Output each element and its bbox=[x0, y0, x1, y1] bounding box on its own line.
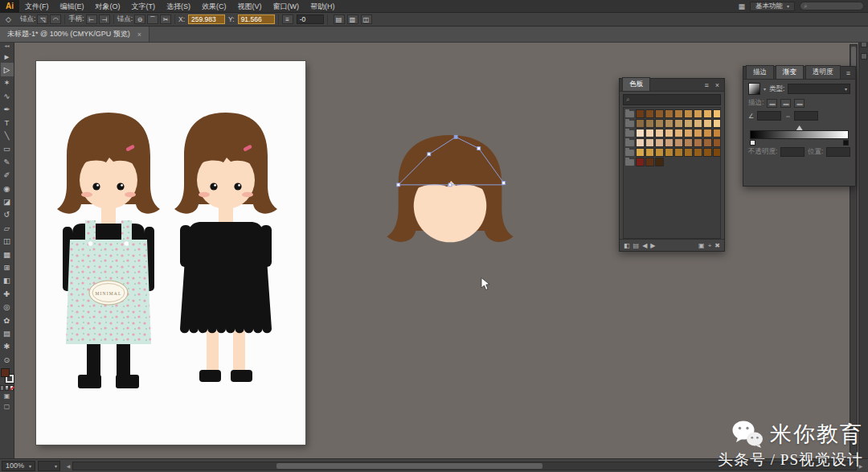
gradient-slider[interactable] bbox=[748, 125, 850, 144]
menu-item[interactable]: 文件(F) bbox=[19, 0, 55, 13]
girl2-shoe-left[interactable] bbox=[199, 370, 221, 382]
color-swatch[interactable] bbox=[655, 148, 664, 157]
color-swatch[interactable] bbox=[703, 148, 712, 157]
swatch-libraries-icon[interactable]: ◧ bbox=[624, 242, 630, 249]
menu-item[interactable]: 对象(O) bbox=[90, 0, 126, 13]
convert-corner-icon[interactable]: ◹ bbox=[37, 14, 48, 24]
color-button[interactable] bbox=[0, 385, 4, 391]
color-swatch[interactable] bbox=[636, 148, 645, 157]
transform-extra-field[interactable]: -0 bbox=[297, 14, 324, 24]
options-menu-icon[interactable]: ≡ bbox=[282, 14, 293, 24]
gradient-button[interactable] bbox=[5, 385, 9, 391]
color-swatch[interactable] bbox=[674, 138, 683, 147]
color-swatch[interactable] bbox=[703, 119, 712, 128]
girl2-head[interactable] bbox=[174, 113, 277, 214]
tab-stroke[interactable]: 描边 bbox=[746, 65, 774, 79]
stroke-along-icon[interactable]: ▬ bbox=[780, 99, 791, 108]
menu-item[interactable]: 帮助(H) bbox=[305, 0, 341, 13]
color-swatch[interactable] bbox=[655, 129, 664, 137]
artboard-nav-select[interactable]: ▾ bbox=[38, 461, 60, 471]
girl1-button-right[interactable] bbox=[125, 241, 129, 246]
next-icon[interactable]: ▶ bbox=[650, 242, 655, 249]
color-swatch[interactable] bbox=[694, 109, 702, 118]
color-swatch[interactable] bbox=[665, 109, 674, 118]
tool-blob-brush[interactable]: ◉ bbox=[1, 182, 14, 195]
tool-symbol-sprayer[interactable]: ✿ bbox=[1, 314, 14, 326]
color-swatch[interactable] bbox=[645, 148, 654, 157]
color-swatch[interactable] bbox=[636, 138, 645, 147]
color-swatch[interactable] bbox=[694, 119, 702, 128]
gradient-angle-field[interactable] bbox=[757, 111, 781, 121]
control-icon-1[interactable]: ▤ bbox=[334, 14, 345, 24]
color-swatch[interactable] bbox=[713, 119, 721, 128]
girl1-button-left[interactable] bbox=[88, 241, 93, 246]
swatch-group-folder-icon[interactable] bbox=[625, 159, 634, 166]
color-swatch[interactable] bbox=[645, 129, 654, 137]
tool-paintbrush[interactable]: ✎ bbox=[1, 155, 14, 168]
screen-mode-button[interactable]: ▢ bbox=[4, 401, 10, 412]
artboard[interactable]: MINIMAL bbox=[36, 61, 305, 445]
tool-line-segment[interactable]: ╲ bbox=[1, 129, 14, 142]
tab-swatches[interactable]: 色板 bbox=[622, 77, 650, 91]
color-swatch[interactable] bbox=[703, 109, 712, 118]
panel-dock-strip[interactable]: ◂◂ bbox=[858, 27, 868, 458]
color-swatch[interactable] bbox=[674, 129, 683, 137]
tab-gradient[interactable]: 渐变 bbox=[776, 65, 804, 79]
swatch-group-folder-icon[interactable] bbox=[625, 140, 634, 146]
color-swatch[interactable] bbox=[645, 119, 654, 128]
color-swatch[interactable] bbox=[655, 109, 664, 118]
tool-selection[interactable]: ► bbox=[1, 50, 14, 63]
color-swatch[interactable] bbox=[674, 148, 683, 157]
menu-item[interactable]: 效果(C) bbox=[196, 0, 232, 13]
convert-smooth-icon[interactable]: ◠ bbox=[50, 14, 61, 24]
stroke-across-icon[interactable]: ▬ bbox=[794, 99, 805, 108]
gradient-stop-end[interactable] bbox=[843, 140, 849, 146]
color-swatch[interactable] bbox=[674, 119, 683, 128]
menu-item[interactable]: 文字(T) bbox=[126, 0, 162, 13]
color-swatch[interactable] bbox=[684, 119, 693, 128]
stroke-within-icon[interactable]: ▬ bbox=[767, 99, 777, 108]
toolbar-collapse-icon[interactable]: ◂◂ bbox=[4, 43, 9, 50]
swatches-titlebar[interactable]: 色板 ≡ × bbox=[620, 79, 724, 92]
color-swatch[interactable] bbox=[694, 148, 702, 157]
document-tab[interactable]: 未标题-1* @ 100% (CMYK/GPU 预览) × bbox=[0, 27, 149, 42]
girl-2-illustration[interactable] bbox=[174, 113, 277, 382]
panel-menu-icon[interactable]: ≡ bbox=[702, 81, 710, 89]
tool-pencil[interactable]: ✐ bbox=[1, 169, 14, 182]
color-swatch[interactable] bbox=[636, 119, 645, 128]
color-swatch[interactable] bbox=[665, 129, 674, 137]
girl-1-illustration[interactable]: MINIMAL bbox=[57, 113, 160, 388]
girl1-head[interactable] bbox=[57, 113, 160, 214]
menu-item[interactable]: 选择(S) bbox=[161, 0, 196, 13]
search-input[interactable]: ⌕ bbox=[800, 2, 864, 10]
tool-pen[interactable]: ✒ bbox=[1, 103, 14, 116]
tool-gradient[interactable]: ◧ bbox=[1, 274, 14, 287]
color-swatch[interactable] bbox=[674, 109, 683, 118]
panel-close-icon[interactable]: × bbox=[713, 81, 722, 89]
tool-direct-selection[interactable]: ▷ bbox=[1, 63, 14, 76]
gradient-titlebar[interactable]: 描边渐变透明度≡ bbox=[743, 67, 855, 80]
fill-stroke-control[interactable] bbox=[1, 368, 14, 383]
color-swatch[interactable] bbox=[665, 148, 674, 157]
color-swatch[interactable] bbox=[694, 138, 702, 147]
new-swatch-group-icon[interactable]: ▣ bbox=[698, 242, 705, 249]
swatch-search-input[interactable]: ⌕ bbox=[623, 94, 721, 105]
canvas-area[interactable]: MINIMAL bbox=[14, 43, 858, 458]
draw-mode-button[interactable]: ▣ bbox=[4, 391, 10, 401]
tool-hand[interactable]: ✱ bbox=[1, 340, 14, 353]
zoom-level-select[interactable]: 100% ▾ bbox=[2, 461, 35, 471]
gradient-opacity-field[interactable] bbox=[780, 147, 805, 157]
connect-path-icon[interactable]: ⌒ bbox=[147, 14, 158, 24]
color-swatch[interactable] bbox=[684, 109, 693, 118]
color-swatch[interactable] bbox=[713, 138, 721, 147]
tool-blend[interactable]: ◎ bbox=[1, 300, 14, 313]
gradient-stop-start[interactable] bbox=[750, 140, 755, 146]
tool-lasso[interactable]: ∿ bbox=[1, 89, 14, 102]
girl2-black-dress[interactable] bbox=[180, 222, 272, 333]
docked-panel-icon[interactable] bbox=[861, 53, 867, 60]
color-swatch[interactable] bbox=[713, 148, 721, 157]
tool-rectangle[interactable]: ▭ bbox=[1, 142, 14, 155]
tool-shape-builder[interactable]: ◫ bbox=[1, 234, 14, 247]
menu-item[interactable]: 编辑(E) bbox=[55, 0, 90, 13]
gradient-location-field[interactable] bbox=[826, 147, 850, 157]
